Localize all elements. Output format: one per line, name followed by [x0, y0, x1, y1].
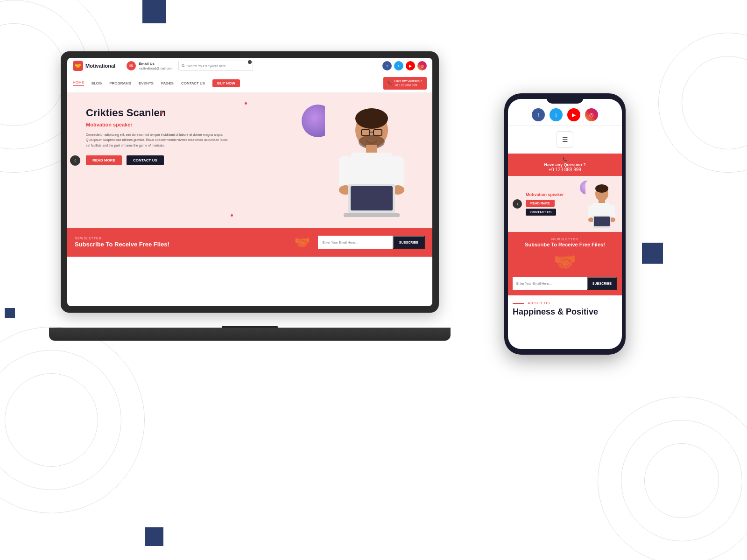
nav-pages[interactable]: PAGES [161, 81, 174, 85]
laptop-camera [248, 60, 252, 64]
email-label: Email Us [139, 61, 172, 66]
newsletter-icon: 🤝 [294, 235, 310, 250]
phone-frame: f t ▶ ◎ ☰ 📞 Have any Question ? +0 123 8… [504, 93, 626, 355]
nav-home[interactable]: HOME [73, 80, 84, 86]
main-scene: 🤝 Motivational ✉ Email Us motivational@m… [0, 0, 747, 560]
phone-have-question: Have any Question ? [512, 162, 618, 167]
buy-now-button[interactable]: BUY NOW [212, 79, 240, 87]
svg-line-1 [183, 66, 184, 67]
email-section: ✉ Email Us motivational@mail.com [127, 61, 172, 71]
phone-read-more-button[interactable]: READ MoRE [526, 200, 555, 207]
hamburger-menu-button[interactable]: ☰ [557, 131, 573, 148]
email-icon: ✉ [127, 61, 136, 70]
hero-title: Crikties Scanlen [86, 107, 231, 119]
phone-newsletter-email-input[interactable] [513, 277, 587, 290]
newsletter-form: SUBSCRIBE [318, 236, 425, 249]
laptop-newsletter: NEWSLETTER Subscribe To Receive Free Fil… [67, 228, 432, 257]
phone-number-display: +0 123 888 999 [512, 167, 618, 172]
phone-number: +0 123 888 999 [395, 83, 422, 87]
nav-events[interactable]: EVENTS [139, 81, 154, 85]
hero-description: Consectetur adipiscing elit, sed do eius… [86, 132, 231, 148]
hero-prev-button[interactable]: ‹ [70, 155, 80, 166]
phone-texts: Have any Question ? +0 123 888 999 [395, 79, 422, 87]
svg-point-20 [595, 184, 608, 193]
svg-point-0 [182, 64, 183, 66]
nav-contact[interactable]: CONTACT US [181, 81, 205, 85]
phone-contact-bar: 📞 Have any Question ? +0 123 888 999 [508, 154, 622, 176]
search-box[interactable] [178, 61, 253, 71]
dot-deco [161, 112, 163, 114]
facebook-icon[interactable]: f [382, 61, 392, 70]
phone-subscribe-button[interactable]: SUBSCRIBE [587, 277, 617, 290]
about-label: ABOUT US [528, 301, 550, 305]
twitter-icon[interactable]: t [394, 61, 403, 70]
contact-us-button[interactable]: CONTACT US [127, 155, 164, 165]
phone-person-svg [585, 181, 618, 232]
phone-hero-person [585, 181, 618, 232]
hero-person-image [325, 98, 418, 228]
newsletter-texts: NEWSLETTER Subscribe To Receive Free Fil… [75, 237, 287, 248]
phone-contact-bar: 📞 Have any Question ? +0 123 888 999 [383, 77, 427, 90]
about-title: Happiness & Positive [513, 307, 617, 317]
phone-hero: ‹ Motivation speaker READ MoRE CONTACT U… [508, 176, 622, 232]
newsletter-label: NEWSLETTER [75, 237, 287, 240]
read-more-button[interactable]: READ MORE [86, 155, 122, 165]
laptop-hero: ‹ Crikties Scanlen Motivation speaker Co… [67, 93, 432, 228]
phone-notch [546, 93, 584, 104]
youtube-icon[interactable]: ▶ [406, 61, 415, 70]
laptop-frame: 🤝 Motivational ✉ Email Us motivational@m… [61, 51, 439, 313]
have-question-text: Have any Question ? [395, 79, 422, 83]
about-dash [513, 303, 524, 304]
phone-newsletter-label: NEWSLETTER [513, 238, 617, 241]
brand-name: Motivational [85, 63, 115, 69]
phone-youtube-icon[interactable]: ▶ [567, 108, 580, 121]
search-icon [182, 64, 185, 68]
social-icons: f t ▶ ◎ [382, 61, 427, 70]
phone-facebook-icon[interactable]: f [532, 108, 545, 121]
laptop-logo: 🤝 Motivational [73, 61, 115, 71]
phone-newsletter-icon: 🤝 [513, 251, 617, 273]
laptop-device: 🤝 Motivational ✉ Email Us motivational@m… [61, 51, 439, 341]
dot-deco [231, 214, 233, 217]
hero-content: Crikties Scanlen Motivation speaker Cons… [86, 107, 231, 165]
search-input[interactable] [187, 64, 250, 68]
about-section-header: ABOUT US [513, 301, 617, 305]
hero-subtitle: Motivation speaker [86, 122, 231, 127]
phone-newsletter: NEWSLETTER Subscribe To Receive Free Fil… [508, 232, 622, 295]
person-svg [325, 98, 418, 228]
hero-buttons: READ MORE CONTACT US [86, 155, 231, 165]
svg-rect-13 [351, 186, 393, 210]
phone-instagram-icon[interactable]: ◎ [585, 108, 598, 121]
email-address: motivational@mail.com [139, 66, 172, 71]
svg-rect-28 [594, 217, 610, 226]
instagram-icon[interactable]: ◎ [417, 61, 427, 70]
phone-twitter-icon[interactable]: t [550, 108, 563, 121]
phone-icon: 📞 [388, 81, 392, 85]
svg-rect-14 [344, 213, 400, 217]
phone-newsletter-form: SUBSCRIBE [513, 277, 617, 290]
svg-rect-8 [339, 156, 352, 189]
nav-programs[interactable]: PROGRAMS [109, 81, 131, 85]
phone-menu-row: ☰ [508, 126, 622, 154]
newsletter-title: Subscribe To Receive Free Files! [75, 241, 287, 248]
laptop-screen: 🤝 Motivational ✉ Email Us motivational@m… [67, 58, 432, 306]
newsletter-email-input[interactable] [318, 236, 393, 249]
phone-about-section: ABOUT US Happiness & Positive [508, 295, 622, 322]
laptop-bezel: 🤝 Motivational ✉ Email Us motivational@m… [67, 58, 432, 306]
laptop-base [49, 328, 451, 341]
svg-rect-9 [391, 156, 404, 189]
email-texts: Email Us motivational@mail.com [139, 61, 172, 71]
phone-icon-row: 📞 [512, 157, 618, 161]
nav-blog[interactable]: BLOG [92, 81, 102, 85]
dot-deco [245, 102, 247, 105]
newsletter-subscribe-button[interactable]: SUBSCRIBE [393, 236, 425, 249]
phone-screen: f t ▶ ◎ ☰ 📞 Have any Question ? +0 123 8… [508, 99, 622, 349]
laptop-navbar: HOME BLOG PROGRAMS EVENTS PAGES CONTACT … [67, 74, 432, 93]
phone-newsletter-title: Subscribe To Receive Free Files! [513, 242, 617, 247]
svg-point-4 [355, 108, 388, 129]
phone-device: f t ▶ ◎ ☰ 📞 Have any Question ? +0 123 8… [504, 93, 626, 355]
phone-prev-button[interactable]: ‹ [513, 199, 522, 209]
logo-icon: 🤝 [73, 61, 83, 71]
phone-contact-us-button[interactable]: CONTACT US [526, 209, 556, 216]
